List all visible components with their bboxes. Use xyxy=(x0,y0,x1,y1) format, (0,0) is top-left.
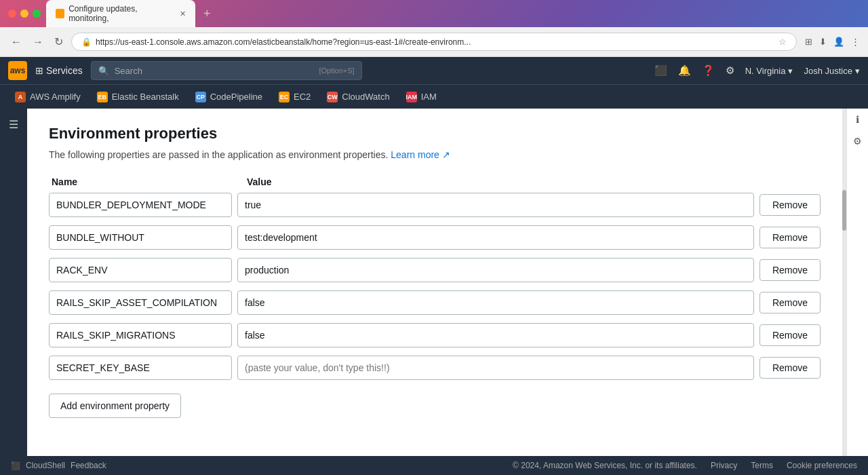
bookmark-icon[interactable]: ☆ xyxy=(778,37,787,47)
user-chevron-icon: ▾ xyxy=(855,66,860,76)
back-button[interactable]: ← xyxy=(8,33,24,51)
cloudshell-footer-label[interactable]: CloudShell xyxy=(26,461,65,470)
prop-value-input-1[interactable] xyxy=(237,193,754,217)
browser-tab[interactable]: Configure updates, monitoring, ✕ xyxy=(46,0,195,27)
ec2-icon: EC xyxy=(279,92,290,102)
remove-button-1[interactable]: Remove xyxy=(760,194,821,216)
tab-close-button[interactable]: ✕ xyxy=(180,10,186,18)
prop-value-input-6[interactable] xyxy=(237,356,754,380)
security-icon: 🔒 xyxy=(81,37,92,47)
window-controls xyxy=(8,10,41,18)
prop-name-input-1[interactable] xyxy=(49,193,232,217)
footer: ⬛ CloudShell Feedback © 2024, Amazon Web… xyxy=(0,456,868,475)
settings-icon[interactable]: ⚙ xyxy=(726,64,734,77)
address-bar-icons: ☆ xyxy=(778,37,787,47)
service-shortcut-beanstalk[interactable]: EB Elastic Beanstalk xyxy=(90,89,186,105)
prop-value-input-4[interactable] xyxy=(237,290,754,315)
prop-name-input-4[interactable] xyxy=(49,290,232,315)
prop-name-input-5[interactable] xyxy=(49,323,232,347)
codepipeline-label: CodePipeline xyxy=(210,92,262,102)
remove-button-5[interactable]: Remove xyxy=(760,324,821,346)
forward-button[interactable]: → xyxy=(30,33,46,51)
search-placeholder: Search xyxy=(115,66,314,76)
reload-button[interactable]: ↻ xyxy=(52,33,66,51)
remove-button-4[interactable]: Remove xyxy=(760,292,821,314)
footer-feedback-label[interactable]: Feedback xyxy=(71,461,106,470)
prop-row-4: Remove xyxy=(49,290,821,315)
learn-more-link[interactable]: Learn more ↗ xyxy=(391,149,450,160)
sidebar-toggle-button[interactable]: ☰ xyxy=(5,114,22,135)
add-environment-property-button[interactable]: Add environment property xyxy=(49,394,181,418)
privacy-link[interactable]: Privacy xyxy=(711,461,737,470)
beanstalk-label: Elastic Beanstalk xyxy=(112,92,179,102)
panel-title: Environment properties xyxy=(49,125,821,142)
left-sidebar: ☰ xyxy=(0,109,27,456)
tab-title: Configure updates, monitoring, xyxy=(68,4,173,23)
extensions-icon[interactable]: ⊞ xyxy=(805,37,812,47)
maximize-window-button[interactable] xyxy=(33,10,41,18)
prop-row-1: Remove xyxy=(49,193,821,217)
remove-button-2[interactable]: Remove xyxy=(760,227,821,248)
panel-description: The following properties are passed in t… xyxy=(49,149,821,160)
service-shortcut-cloudwatch[interactable]: CW CloudWatch xyxy=(320,89,396,105)
bell-icon[interactable]: 🔔 xyxy=(678,64,691,77)
cloudwatch-label: CloudWatch xyxy=(342,92,389,102)
service-shortcut-amplify[interactable]: A AWS Amplify xyxy=(8,89,87,105)
new-tab-button[interactable]: + xyxy=(203,7,211,21)
services-nav-item[interactable]: ⊞ Services xyxy=(35,65,83,76)
prop-value-input-3[interactable] xyxy=(237,258,754,282)
terms-link[interactable]: Terms xyxy=(751,461,773,470)
beanstalk-icon: EB xyxy=(97,92,108,102)
prop-value-input-5[interactable] xyxy=(237,323,754,347)
remove-button-3[interactable]: Remove xyxy=(760,259,821,281)
chevron-down-icon: ▾ xyxy=(788,66,793,76)
aws-nav-right: ⬛ 🔔 ❓ ⚙ N. Virginia ▾ Josh Justice ▾ xyxy=(654,64,860,77)
download-icon[interactable]: ⬇ xyxy=(819,37,827,47)
prop-value-input-2[interactable] xyxy=(237,225,754,250)
services-label: Services xyxy=(46,65,83,76)
settings-side-icon[interactable]: ⚙ xyxy=(853,136,862,147)
info-icon[interactable]: ℹ xyxy=(856,114,859,125)
cloudwatch-icon: CW xyxy=(327,92,338,102)
menu-icon[interactable]: ⋮ xyxy=(851,37,860,47)
prop-name-input-3[interactable] xyxy=(49,258,232,282)
codepipeline-icon: CP xyxy=(195,92,206,102)
cookie-preferences-link[interactable]: Cookie preferences xyxy=(787,461,857,470)
description-text: The following properties are passed in t… xyxy=(49,149,388,160)
prop-name-input-6[interactable] xyxy=(49,356,232,380)
amplify-label: AWS Amplify xyxy=(30,92,81,102)
ec2-label: EC2 xyxy=(294,92,311,102)
prop-row-2: Remove xyxy=(49,225,821,250)
service-shortcut-ec2[interactable]: EC EC2 xyxy=(272,89,317,105)
address-bar-row: ← → ↻ 🔒 https://us-east-1.console.aws.am… xyxy=(0,27,868,57)
aws-top-nav: aws ⊞ Services 🔍 Search [Option+S] ⬛ 🔔 ❓… xyxy=(0,57,868,84)
user-menu[interactable]: Josh Justice ▾ xyxy=(804,66,860,76)
footer-copyright: © 2024, Amazon Web Services, Inc. or its… xyxy=(513,461,697,470)
service-shortcut-codepipeline[interactable]: CP CodePipeline xyxy=(189,89,269,105)
help-icon[interactable]: ❓ xyxy=(702,64,715,77)
prop-row-3: Remove xyxy=(49,258,821,282)
footer-left: ⬛ CloudShell Feedback xyxy=(11,461,106,470)
env-properties-panel: Environment properties The following pro… xyxy=(27,109,842,456)
aws-search-bar[interactable]: 🔍 Search [Option+S] xyxy=(91,61,362,80)
username-label: Josh Justice xyxy=(804,66,852,76)
address-bar[interactable]: 🔒 https://us-east-1.console.aws.amazon.c… xyxy=(71,33,797,51)
footer-right: © 2024, Amazon Web Services, Inc. or its… xyxy=(513,461,857,470)
browser-chrome: Configure updates, monitoring, ✕ + xyxy=(0,0,868,27)
search-icon: 🔍 xyxy=(98,66,109,76)
service-shortcut-iam[interactable]: IAM IAM xyxy=(399,89,443,105)
tab-favicon xyxy=(56,9,64,18)
close-window-button[interactable] xyxy=(8,10,16,18)
iam-label: IAM xyxy=(421,92,437,102)
remove-button-6[interactable]: Remove xyxy=(760,357,821,379)
profile-icon[interactable]: 👤 xyxy=(833,37,844,47)
amplify-icon: A xyxy=(15,92,26,102)
props-header: Name Value xyxy=(49,176,821,187)
minimize-window-button[interactable] xyxy=(20,10,28,18)
region-selector[interactable]: N. Virginia ▾ xyxy=(745,66,793,76)
prop-name-input-2[interactable] xyxy=(49,225,232,250)
aws-logo[interactable]: aws xyxy=(8,61,27,80)
cloudshell-icon[interactable]: ⬛ xyxy=(654,64,667,77)
service-shortcuts-bar: A AWS Amplify EB Elastic Beanstalk CP Co… xyxy=(0,84,868,109)
iam-icon: IAM xyxy=(406,92,417,102)
